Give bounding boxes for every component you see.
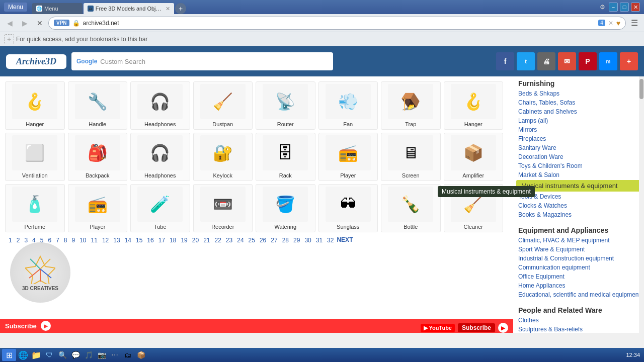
active-tab[interactable]: 🗂 Free 3D Models and Obje... ✕ bbox=[84, 3, 174, 14]
taskbar-chat-icon[interactable]: 💬 bbox=[69, 349, 82, 361]
sidebar-link[interactable]: Sculptures & Bas-reliefs bbox=[513, 325, 644, 333]
sidebar-link[interactable]: Office Equipment bbox=[513, 272, 644, 281]
page-link[interactable]: 13 bbox=[112, 236, 121, 244]
page-link[interactable]: 30 bbox=[303, 236, 312, 244]
taskbar-dots-icon[interactable]: ⋯ bbox=[109, 349, 121, 361]
page-link[interactable]: 19 bbox=[179, 236, 189, 244]
grid-item[interactable]: 🗄 Rack bbox=[256, 133, 315, 181]
page-link[interactable]: 9 bbox=[70, 236, 77, 244]
page-link[interactable]: 24 bbox=[235, 236, 245, 244]
page-link[interactable]: 29 bbox=[292, 236, 301, 244]
plus-btn[interactable]: + bbox=[620, 52, 638, 70]
page-link[interactable]: 7 bbox=[54, 236, 61, 244]
sidebar-link[interactable]: Market & Salon bbox=[513, 170, 644, 179]
grid-item[interactable]: 🪤 Trap bbox=[381, 81, 441, 130]
taskbar-ie-icon[interactable]: 🌐 bbox=[17, 349, 29, 361]
grid-item[interactable]: 🪝 Hanger bbox=[444, 81, 504, 130]
grid-item[interactable]: 🔐 Keylock bbox=[193, 133, 253, 181]
page-link[interactable]: 10 bbox=[78, 236, 88, 244]
page-link[interactable]: 20 bbox=[191, 236, 200, 244]
grid-item[interactable]: 🪝 Hanger bbox=[5, 81, 65, 130]
taskbar-folder-icon[interactable]: 📁 bbox=[30, 349, 42, 361]
grid-item[interactable]: 🎒 Backpack bbox=[68, 133, 128, 181]
page-link[interactable]: 16 bbox=[145, 236, 155, 244]
pinterest-btn[interactable]: P bbox=[579, 52, 597, 70]
sidebar-link[interactable]: Sport Ware & Equipment bbox=[513, 245, 644, 254]
taskbar-search-icon[interactable]: 🔍 bbox=[56, 349, 68, 361]
settings-icon[interactable]: ⚙ bbox=[598, 3, 607, 12]
back-btn[interactable]: ◀ bbox=[3, 17, 16, 30]
grid-item[interactable]: 📼 Recorder bbox=[193, 184, 253, 232]
page-link[interactable]: 25 bbox=[247, 236, 257, 244]
page-link[interactable]: 32 bbox=[326, 236, 335, 244]
sidebar-link[interactable]: Communication equipment bbox=[513, 263, 644, 272]
tab-close-btn[interactable]: ✕ bbox=[166, 6, 170, 12]
sidebar-link[interactable]: Climatic, HVAC & MEP equipment bbox=[513, 236, 644, 245]
sidebar-link[interactable]: Clocks & Watches bbox=[513, 201, 644, 210]
nav-menu-icon[interactable]: ☰ bbox=[628, 17, 641, 30]
taskbar-box-icon[interactable]: 📦 bbox=[135, 349, 147, 361]
page-link[interactable]: 31 bbox=[314, 236, 324, 244]
sidebar-link[interactable]: Fireplaces bbox=[513, 134, 644, 143]
sidebar-link[interactable]: Decoration Ware bbox=[513, 152, 644, 161]
grid-item[interactable]: 📦 Amplifier bbox=[444, 133, 504, 181]
reload-btn[interactable]: ✕ bbox=[33, 17, 46, 30]
page-link[interactable]: 17 bbox=[157, 236, 167, 244]
new-tab-btn[interactable]: + bbox=[175, 3, 186, 14]
sidebar-link[interactable]: Musical instruments & equipment bbox=[516, 180, 644, 192]
page-link[interactable]: 26 bbox=[258, 236, 268, 244]
sidebar-link[interactable]: Beds & Shkaps bbox=[513, 89, 644, 98]
page-link[interactable]: 12 bbox=[101, 236, 110, 244]
grid-item[interactable]: ⬜ Ventilation bbox=[5, 133, 65, 181]
sidebar-link[interactable]: Chairs, Tables, Sofas bbox=[513, 98, 644, 107]
grid-item[interactable]: 📡 Router bbox=[256, 81, 315, 130]
page-link[interactable]: 27 bbox=[269, 236, 279, 244]
sidebar-link[interactable]: Clothes bbox=[513, 316, 644, 325]
sidebar-link[interactable]: Industrial & Construction equipment bbox=[513, 254, 644, 263]
forward-btn[interactable]: ▶ bbox=[18, 17, 31, 30]
maximize-btn[interactable]: □ bbox=[620, 3, 629, 12]
minimize-btn[interactable]: − bbox=[609, 3, 618, 12]
sidebar-link[interactable]: Toys & Children's Room bbox=[513, 161, 644, 170]
print-btn[interactable]: 🖨 bbox=[537, 52, 555, 70]
grid-item[interactable]: 🕶 Sunglass bbox=[318, 184, 378, 232]
page-link[interactable]: 14 bbox=[123, 236, 133, 244]
taskbar-start[interactable]: ⊞ bbox=[2, 349, 16, 361]
page-link[interactable]: 23 bbox=[224, 236, 234, 244]
facebook-btn[interactable]: f bbox=[496, 52, 514, 70]
grid-item[interactable]: 🖥 Screen bbox=[381, 133, 441, 181]
next-btn[interactable]: NEXT bbox=[337, 236, 353, 244]
grid-item[interactable]: 🪣 Watering bbox=[256, 184, 315, 232]
address-bar[interactable]: VPN 🔒 archive3d.net 4 ✕ ♥ bbox=[48, 17, 626, 30]
sidebar-link[interactable]: Mirrors bbox=[513, 125, 644, 134]
taskbar-archive-icon[interactable]: 🗂 bbox=[122, 349, 134, 361]
sidebar-link[interactable]: Home Appliances bbox=[513, 281, 644, 290]
search-box[interactable]: Google Custom Search bbox=[71, 52, 333, 70]
taskbar-shield-icon[interactable]: 🛡 bbox=[43, 349, 55, 361]
twitter-btn[interactable]: t bbox=[517, 52, 535, 70]
page-link[interactable]: 28 bbox=[281, 236, 290, 244]
sidebar-link[interactable]: Sanitary Ware bbox=[513, 143, 644, 152]
grid-item[interactable]: 💨 Fan bbox=[318, 81, 378, 130]
menu-button[interactable]: Menu bbox=[4, 3, 27, 12]
mail-btn[interactable]: ✉ bbox=[558, 52, 576, 70]
grid-item[interactable]: 🧪 Tube bbox=[130, 184, 190, 232]
page-link[interactable]: 18 bbox=[168, 236, 178, 244]
bookmark-icon[interactable]: ♥ bbox=[616, 19, 620, 27]
page-link[interactable]: 21 bbox=[202, 236, 211, 244]
yt-subscribe-label[interactable]: Subscribe bbox=[458, 323, 495, 332]
taskbar-music-icon[interactable]: 🎵 bbox=[83, 349, 95, 361]
grid-item[interactable]: 🍾 Bottle bbox=[381, 184, 441, 232]
page-link[interactable]: 11 bbox=[90, 236, 99, 244]
page-link[interactable]: 22 bbox=[213, 236, 223, 244]
sidebar-link[interactable]: Cabinets and Shelves bbox=[513, 107, 644, 116]
sidebar-link[interactable]: Books & Magazines bbox=[513, 210, 644, 219]
grid-item[interactable]: 🎧 Headphones bbox=[130, 81, 190, 130]
grid-item[interactable]: 🧴 Perfume bbox=[5, 184, 65, 232]
taskbar-camera-icon[interactable]: 📷 bbox=[96, 349, 108, 361]
sidebar-link[interactable]: Lamps (all) bbox=[513, 116, 644, 125]
grid-item[interactable]: 📻 Player bbox=[68, 184, 128, 232]
inactive-tab[interactable]: 🌐 Menu bbox=[32, 3, 83, 14]
page-link[interactable]: 8 bbox=[62, 236, 69, 244]
grid-item[interactable]: 📻 Player bbox=[318, 133, 378, 181]
